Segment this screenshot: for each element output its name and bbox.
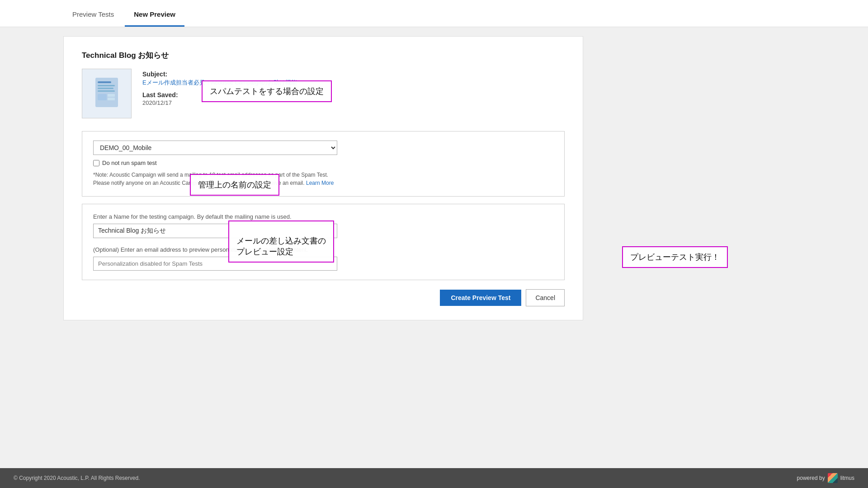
svg-rect-1 bbox=[98, 81, 111, 83]
svg-rect-2 bbox=[98, 85, 115, 86]
svg-rect-3 bbox=[98, 88, 113, 89]
spam-note: *Note: Acoustic Campaign will send a mai… bbox=[93, 171, 337, 187]
litmus-icon bbox=[828, 473, 838, 483]
footer-right: powered by litmus bbox=[797, 473, 854, 483]
personalization-input[interactable] bbox=[93, 257, 337, 271]
email-info: Subject: Eメール作成担当者必見！Acoustic Campaignのお… bbox=[82, 69, 565, 118]
spam-seed-list-dropdown[interactable]: DEMO_00_Mobile DEMO_01_Desktop DEMO_02_T… bbox=[93, 141, 337, 155]
form-container: Technical Blog お知らせ bbox=[63, 36, 583, 320]
spam-test-section: DEMO_00_Mobile DEMO_01_Desktop DEMO_02_T… bbox=[82, 131, 565, 197]
footer: © Copyright 2020 Acoustic, L.P. All Righ… bbox=[0, 468, 868, 488]
email-thumbnail bbox=[82, 69, 132, 118]
tab-new-preview[interactable]: New Preview bbox=[125, 3, 184, 27]
learn-more-link[interactable]: Learn More bbox=[306, 180, 334, 186]
email-meta: Subject: Eメール作成担当者必見！Acoustic Campaignのお… bbox=[142, 69, 297, 106]
optional-label: (Optional) Enter an email address to pre… bbox=[93, 246, 553, 253]
create-preview-test-button[interactable]: Create Preview Test bbox=[440, 290, 521, 306]
svg-rect-4 bbox=[98, 90, 115, 92]
campaign-name-input[interactable] bbox=[93, 224, 337, 238]
svg-rect-5 bbox=[98, 94, 107, 100]
copyright-text: © Copyright 2020 Acoustic, L.P. All Righ… bbox=[14, 475, 140, 481]
button-row: Create Preview Test Cancel bbox=[82, 289, 565, 306]
cancel-button[interactable]: Cancel bbox=[526, 289, 565, 306]
email-title: Technical Blog お知らせ bbox=[82, 50, 565, 61]
subject-value: Eメール作成担当者必見！Acoustic Campaignのお助け機能 bbox=[142, 79, 297, 87]
last-saved-label: Last Saved: bbox=[142, 91, 297, 99]
last-saved-value: 2020/12/17 bbox=[142, 99, 297, 106]
name-label: Enter a Name for the testing campaign. B… bbox=[93, 213, 553, 220]
powered-by-text: powered by bbox=[797, 475, 825, 481]
no-spam-checkbox[interactable] bbox=[93, 160, 99, 166]
tab-bar: Preview Tests New Preview bbox=[0, 0, 868, 27]
svg-rect-6 bbox=[108, 94, 115, 97]
svg-rect-7 bbox=[108, 98, 115, 100]
checkbox-row: Do not run spam test bbox=[93, 160, 553, 166]
no-spam-label[interactable]: Do not run spam test bbox=[102, 160, 157, 166]
dropdown-row: DEMO_00_Mobile DEMO_01_Desktop DEMO_02_T… bbox=[93, 141, 553, 155]
name-section-panel: Enter a Name for the testing campaign. B… bbox=[82, 204, 565, 280]
tab-preview-tests[interactable]: Preview Tests bbox=[63, 3, 123, 27]
main-content: Technical Blog お知らせ bbox=[0, 27, 868, 468]
subject-label: Subject: bbox=[142, 70, 297, 78]
litmus-text: litmus bbox=[840, 475, 854, 481]
